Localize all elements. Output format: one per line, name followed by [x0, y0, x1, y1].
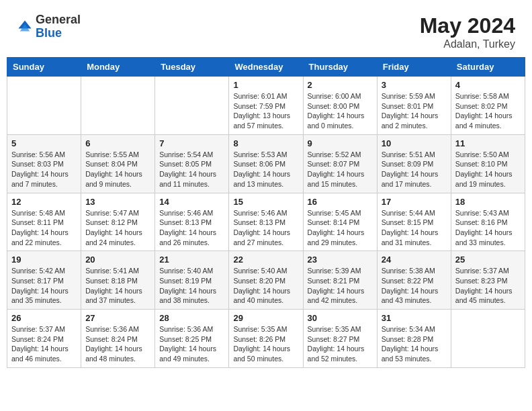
calendar-cell: 23Sunrise: 5:39 AMSunset: 8:21 PMDayligh…	[303, 251, 377, 310]
calendar-cell	[7, 77, 81, 135]
weekday-header-row: SundayMondayTuesdayWednesdayThursdayFrid…	[7, 58, 525, 77]
day-info: Sunrise: 5:41 AMSunset: 8:18 PMDaylight:…	[85, 266, 150, 306]
calendar-cell: 21Sunrise: 5:40 AMSunset: 8:19 PMDayligh…	[155, 251, 229, 310]
day-number: 4	[455, 80, 521, 90]
day-info: Sunrise: 5:55 AMSunset: 8:04 PMDaylight:…	[85, 150, 150, 189]
day-info: Sunrise: 5:47 AMSunset: 8:12 PMDaylight:…	[85, 208, 150, 248]
day-number: 28	[159, 313, 224, 323]
location: Adalan, Turkey	[420, 38, 515, 50]
day-number: 21	[159, 255, 224, 265]
calendar-cell: 22Sunrise: 5:40 AMSunset: 8:20 PMDayligh…	[229, 251, 303, 310]
calendar-week-4: 19Sunrise: 5:42 AMSunset: 8:17 PMDayligh…	[7, 251, 525, 310]
day-number: 1	[233, 80, 298, 90]
day-info: Sunrise: 6:00 AMSunset: 8:00 PMDaylight:…	[308, 91, 373, 131]
day-number: 18	[455, 197, 521, 207]
day-info: Sunrise: 5:35 AMSunset: 8:27 PMDaylight:…	[308, 324, 373, 364]
day-number: 26	[11, 313, 77, 323]
calendar-cell: 16Sunrise: 5:45 AMSunset: 8:14 PMDayligh…	[303, 193, 377, 251]
day-number: 24	[382, 255, 447, 265]
day-number: 3	[382, 80, 447, 90]
calendar-cell: 15Sunrise: 5:46 AMSunset: 8:13 PMDayligh…	[229, 193, 303, 251]
day-info: Sunrise: 5:37 AMSunset: 8:23 PMDaylight:…	[455, 266, 521, 306]
day-info: Sunrise: 5:50 AMSunset: 8:10 PMDaylight:…	[455, 150, 521, 189]
weekday-header-monday: Monday	[81, 58, 155, 77]
day-number: 31	[382, 313, 447, 323]
day-number: 12	[11, 197, 77, 207]
logo-icon	[17, 19, 33, 35]
day-info: Sunrise: 5:35 AMSunset: 8:26 PMDaylight:…	[233, 324, 298, 364]
weekday-header-saturday: Saturday	[451, 58, 525, 77]
calendar-cell: 25Sunrise: 5:37 AMSunset: 8:23 PMDayligh…	[451, 251, 525, 310]
title-block: May 2024 Adalan, Turkey	[420, 13, 515, 50]
weekday-header-sunday: Sunday	[7, 58, 81, 77]
day-number: 30	[308, 313, 373, 323]
day-number: 17	[382, 197, 447, 207]
day-info: Sunrise: 5:44 AMSunset: 8:15 PMDaylight:…	[382, 208, 447, 248]
day-number: 2	[308, 80, 373, 90]
day-number: 23	[308, 255, 373, 265]
day-info: Sunrise: 5:40 AMSunset: 8:19 PMDaylight:…	[159, 266, 224, 306]
day-info: Sunrise: 5:46 AMSunset: 8:13 PMDaylight:…	[159, 208, 224, 248]
day-info: Sunrise: 5:45 AMSunset: 8:14 PMDaylight:…	[308, 208, 373, 248]
calendar-cell: 12Sunrise: 5:48 AMSunset: 8:11 PMDayligh…	[7, 193, 81, 251]
day-number: 11	[455, 138, 521, 148]
day-info: Sunrise: 5:36 AMSunset: 8:25 PMDaylight:…	[159, 324, 224, 364]
calendar-cell: 17Sunrise: 5:44 AMSunset: 8:15 PMDayligh…	[377, 193, 451, 251]
calendar-cell	[451, 310, 525, 368]
day-number: 16	[308, 197, 373, 207]
day-number: 20	[85, 255, 150, 265]
weekday-header-friday: Friday	[377, 58, 451, 77]
day-number: 15	[233, 197, 298, 207]
calendar-cell: 4Sunrise: 5:58 AMSunset: 8:02 PMDaylight…	[451, 77, 525, 135]
day-info: Sunrise: 5:42 AMSunset: 8:17 PMDaylight:…	[11, 266, 77, 306]
day-info: Sunrise: 5:40 AMSunset: 8:20 PMDaylight:…	[233, 266, 298, 306]
day-info: Sunrise: 5:36 AMSunset: 8:24 PMDaylight:…	[85, 324, 150, 364]
calendar-week-5: 26Sunrise: 5:37 AMSunset: 8:24 PMDayligh…	[7, 310, 525, 368]
calendar-week-1: 1Sunrise: 6:01 AMSunset: 7:59 PMDaylight…	[7, 77, 525, 135]
calendar-cell	[81, 77, 155, 135]
day-info: Sunrise: 5:48 AMSunset: 8:11 PMDaylight:…	[11, 208, 77, 248]
logo: General Blue	[17, 13, 81, 40]
day-number: 13	[85, 197, 150, 207]
calendar-cell: 2Sunrise: 6:00 AMSunset: 8:00 PMDaylight…	[303, 77, 377, 135]
calendar-cell: 19Sunrise: 5:42 AMSunset: 8:17 PMDayligh…	[7, 251, 81, 310]
weekday-header-tuesday: Tuesday	[155, 58, 229, 77]
day-info: Sunrise: 5:54 AMSunset: 8:05 PMDaylight:…	[159, 150, 224, 189]
calendar-cell: 29Sunrise: 5:35 AMSunset: 8:26 PMDayligh…	[229, 310, 303, 368]
calendar-cell: 13Sunrise: 5:47 AMSunset: 8:12 PMDayligh…	[81, 193, 155, 251]
calendar-cell: 31Sunrise: 5:34 AMSunset: 8:28 PMDayligh…	[377, 310, 451, 368]
calendar-cell: 1Sunrise: 6:01 AMSunset: 7:59 PMDaylight…	[229, 77, 303, 135]
day-info: Sunrise: 5:39 AMSunset: 8:21 PMDaylight:…	[308, 266, 373, 306]
day-info: Sunrise: 5:34 AMSunset: 8:28 PMDaylight:…	[382, 324, 447, 364]
logo-blue: Blue	[36, 26, 62, 40]
day-number: 7	[159, 138, 224, 148]
calendar-cell: 8Sunrise: 5:53 AMSunset: 8:06 PMDaylight…	[229, 134, 303, 193]
calendar-cell	[155, 77, 229, 135]
page-header: General Blue May 2024 Adalan, Turkey	[7, 7, 525, 54]
day-number: 27	[85, 313, 150, 323]
day-number: 22	[233, 255, 298, 265]
day-info: Sunrise: 5:53 AMSunset: 8:06 PMDaylight:…	[233, 150, 298, 189]
calendar-cell: 26Sunrise: 5:37 AMSunset: 8:24 PMDayligh…	[7, 310, 81, 368]
calendar: SundayMondayTuesdayWednesdayThursdayFrid…	[7, 57, 525, 368]
calendar-cell: 24Sunrise: 5:38 AMSunset: 8:22 PMDayligh…	[377, 251, 451, 310]
day-info: Sunrise: 5:46 AMSunset: 8:13 PMDaylight:…	[233, 208, 298, 248]
calendar-cell: 27Sunrise: 5:36 AMSunset: 8:24 PMDayligh…	[81, 310, 155, 368]
calendar-cell: 11Sunrise: 5:50 AMSunset: 8:10 PMDayligh…	[451, 134, 525, 193]
day-number: 19	[11, 255, 77, 265]
day-info: Sunrise: 5:52 AMSunset: 8:07 PMDaylight:…	[308, 150, 373, 189]
day-number: 14	[159, 197, 224, 207]
day-number: 5	[11, 138, 77, 148]
day-info: Sunrise: 5:56 AMSunset: 8:03 PMDaylight:…	[11, 150, 77, 189]
month-year: May 2024	[420, 13, 515, 38]
day-info: Sunrise: 5:59 AMSunset: 8:01 PMDaylight:…	[382, 91, 447, 131]
calendar-week-2: 5Sunrise: 5:56 AMSunset: 8:03 PMDaylight…	[7, 134, 525, 193]
day-info: Sunrise: 5:51 AMSunset: 8:09 PMDaylight:…	[382, 150, 447, 189]
calendar-cell: 5Sunrise: 5:56 AMSunset: 8:03 PMDaylight…	[7, 134, 81, 193]
day-info: Sunrise: 5:38 AMSunset: 8:22 PMDaylight:…	[382, 266, 447, 306]
day-info: Sunrise: 5:37 AMSunset: 8:24 PMDaylight:…	[11, 324, 77, 364]
calendar-cell: 18Sunrise: 5:43 AMSunset: 8:16 PMDayligh…	[451, 193, 525, 251]
day-info: Sunrise: 5:43 AMSunset: 8:16 PMDaylight:…	[455, 208, 521, 248]
calendar-cell: 6Sunrise: 5:55 AMSunset: 8:04 PMDaylight…	[81, 134, 155, 193]
weekday-header-thursday: Thursday	[303, 58, 377, 77]
